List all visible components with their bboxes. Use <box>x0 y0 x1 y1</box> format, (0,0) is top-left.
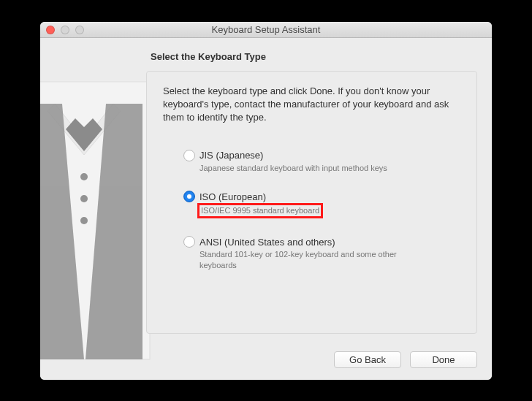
option-jis[interactable]: JIS (Japanese) Japanese standard keyboar… <box>183 150 460 174</box>
radio-jis[interactable] <box>183 150 195 161</box>
inset-panel: Select the keyboard type and click Done.… <box>146 71 477 334</box>
traffic-lights <box>46 26 84 34</box>
minimize-icon <box>61 26 69 34</box>
footer-buttons: Go Back Done <box>334 351 477 368</box>
close-icon[interactable] <box>46 26 55 34</box>
svg-point-3 <box>80 217 88 224</box>
highlight-annotation: ISO/IEC 9995 standard keyboard <box>197 203 323 218</box>
svg-point-2 <box>80 195 88 202</box>
option-jis-desc: Japanese standard keyboard with input me… <box>200 163 419 174</box>
titlebar: Keyboard Setup Assistant <box>40 22 492 38</box>
go-back-button[interactable]: Go Back <box>334 351 401 368</box>
main-pane: Select the Keyboard Type Select the keyb… <box>146 51 477 336</box>
content-pane: Select the Keyboard Type Select the keyb… <box>40 38 492 380</box>
option-iso[interactable]: ISO (European) ISO/IEC 9995 standard key… <box>183 191 460 218</box>
radio-iso[interactable] <box>183 191 195 202</box>
radio-group: JIS (Japanese) Japanese standard keyboar… <box>183 150 460 271</box>
svg-point-1 <box>80 173 88 180</box>
option-iso-desc: ISO/IEC 9995 standard keyboard <box>201 205 319 216</box>
page-heading: Select the Keyboard Type <box>151 51 477 62</box>
option-iso-label: ISO (European) <box>200 191 266 202</box>
option-ansi-desc: Standard 101-key or 102-key keyboard and… <box>200 249 419 271</box>
option-ansi-label: ANSI (United States and others) <box>200 237 335 248</box>
window-title: Keyboard Setup Assistant <box>40 24 492 35</box>
option-jis-label: JIS (Japanese) <box>200 150 263 161</box>
window: Keyboard Setup Assistant Select the Keyb… <box>40 22 492 380</box>
option-ansi[interactable]: ANSI (United States and others) Standard… <box>183 236 460 271</box>
radio-ansi[interactable] <box>183 236 195 248</box>
maximize-icon <box>75 26 84 34</box>
instructions-text: Select the keyboard type and click Done.… <box>163 85 460 125</box>
done-button[interactable]: Done <box>410 351 477 368</box>
